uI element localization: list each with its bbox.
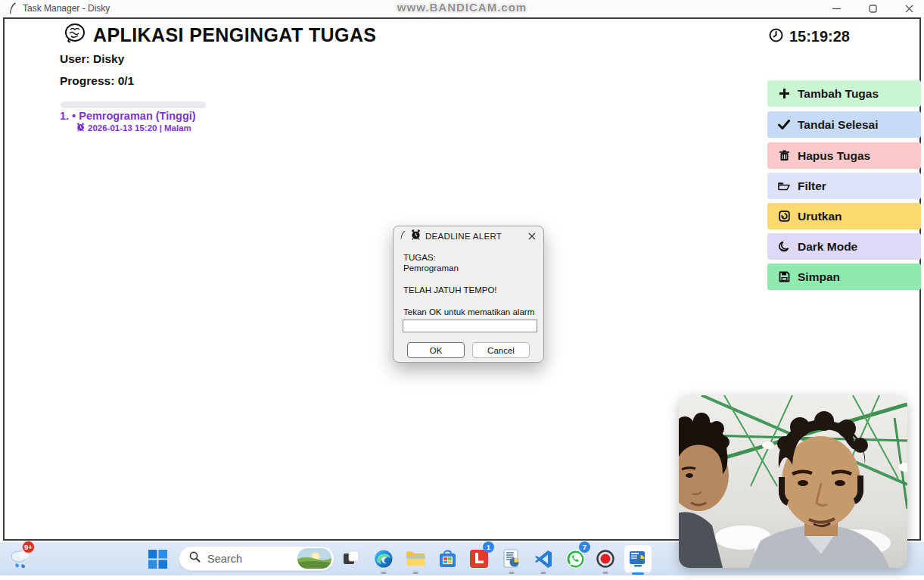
filter-button[interactable]: Filter: [767, 173, 921, 199]
dialog-tugas-label: TUGAS:: [403, 252, 459, 263]
deadline-alert-dialog: DEADLINE ALERT TUGAS: Pemrograman TELAH …: [393, 226, 544, 363]
minimize-icon[interactable]: [829, 2, 844, 17]
alarm-icon: [411, 229, 421, 243]
brain-icon: [64, 23, 86, 47]
line-badge: 1: [483, 541, 494, 553]
dialog-title: DEADLINE ALERT: [425, 232, 502, 241]
dark-mode-button[interactable]: Dark Mode: [767, 233, 921, 260]
trash-icon: [778, 150, 790, 161]
python-feather-icon: [400, 229, 406, 243]
simpan-button[interactable]: Simpan: [767, 263, 921, 290]
button-label: Dark Mode: [798, 240, 857, 254]
whatsapp-icon[interactable]: 7: [560, 542, 590, 575]
user-label: User: Disky: [60, 52, 124, 66]
dialog-overdue-text: TELAH JATUH TEMPO!: [403, 285, 497, 295]
alarm-icon: [76, 123, 85, 133]
button-label: Urutkan: [798, 210, 842, 223]
clock-display: 15:19:28: [789, 28, 850, 45]
webcam-overlay: [679, 395, 907, 568]
button-label: Tandai Selesai: [798, 118, 879, 132]
widgets-weather-icon[interactable]: 9+: [6, 542, 36, 575]
whatsapp-badge: 7: [579, 541, 590, 553]
dialog-close-icon[interactable]: [525, 229, 539, 243]
task-list-item[interactable]: 1. • Pemrograman (Tinggi) 2026-01-13 15:…: [60, 110, 257, 133]
folder-icon: [778, 181, 790, 191]
moon-icon: [778, 241, 790, 252]
vscode-icon[interactable]: [528, 542, 558, 575]
plus-icon: [778, 88, 790, 99]
ms-store-icon[interactable]: [432, 542, 462, 575]
bandicam-watermark: www.BANDICAM.com: [0, 1, 924, 14]
dialog-input[interactable]: [403, 320, 537, 332]
search-input[interactable]: [207, 553, 283, 565]
dialog-prompt-text: Tekan OK untuk mematikan alarm: [403, 307, 534, 317]
button-label: Tambah Tugas: [798, 87, 879, 101]
button-label: Simpan: [798, 270, 840, 284]
line-app-icon[interactable]: 1: [464, 542, 494, 575]
start-icon[interactable]: [142, 542, 173, 575]
clock-icon: [769, 28, 783, 45]
sort-icon: [778, 210, 790, 222]
edge-icon[interactable]: [369, 542, 399, 575]
ok-button[interactable]: OK: [407, 342, 465, 358]
window-titlebar: Task Manager - Disky www.BANDICAM.com: [0, 0, 924, 17]
search-highlight-image[interactable]: [297, 548, 331, 569]
task-title: 1. • Pemrograman (Tinggi): [60, 110, 257, 122]
search-bar[interactable]: [179, 546, 334, 571]
python-idle-icon[interactable]: [496, 542, 527, 575]
task-deadline: 2026-01-13 15:20 | Malam: [88, 123, 191, 133]
save-icon: [778, 271, 790, 282]
progress-label: Progress: 0/1: [60, 74, 134, 88]
maximize-icon[interactable]: [865, 2, 880, 17]
bandicam-icon[interactable]: [590, 542, 621, 575]
hapus-tugas-button[interactable]: Hapus Tugas: [767, 142, 921, 169]
tandai-selesai-button[interactable]: Tandai Selesai: [767, 111, 921, 138]
close-icon[interactable]: [901, 2, 916, 17]
widgets-badge: 9+: [22, 541, 35, 553]
dialog-titlebar: DEADLINE ALERT: [394, 226, 543, 246]
task-view-icon[interactable]: [336, 542, 366, 575]
button-label: Hapus Tugas: [798, 149, 870, 163]
button-label: Filter: [798, 179, 826, 193]
cancel-button[interactable]: Cancel: [472, 342, 530, 358]
progress-bar: [61, 101, 206, 108]
dialog-task-name: Pemrograman: [403, 263, 459, 273]
check-icon: [778, 120, 790, 129]
tambah-tugas-button[interactable]: Tambah Tugas: [767, 80, 921, 107]
file-explorer-icon[interactable]: [400, 542, 431, 575]
urutkan-button[interactable]: Urutkan: [767, 203, 921, 229]
task-manager-app-icon[interactable]: [624, 544, 652, 573]
screen: Task Manager - Disky www.BANDICAM.com: [0, 0, 924, 580]
page-title: APLIKASI PENGINGAT TUGAS: [93, 24, 376, 46]
search-icon: [189, 551, 201, 566]
